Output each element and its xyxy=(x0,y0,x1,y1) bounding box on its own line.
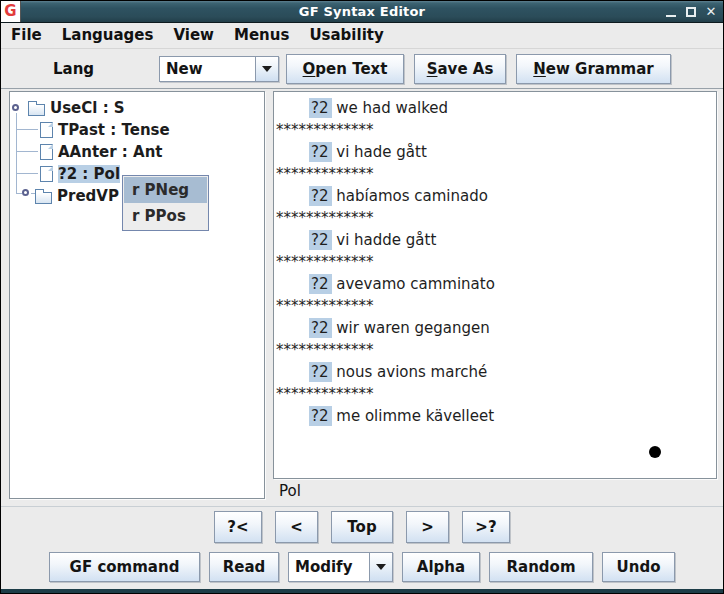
output-line-french: ?2 nous avions marché xyxy=(274,361,716,383)
window-bottom-frame xyxy=(1,587,723,593)
read-button[interactable]: Read xyxy=(209,552,279,582)
lang-combobox-value: New xyxy=(160,57,255,81)
gf-syntax-editor-window: G GF Syntax Editor ✕ File Languages View… xyxy=(0,0,724,594)
alpha-button[interactable]: Alpha xyxy=(402,552,480,582)
lang-label: Lang xyxy=(53,60,94,78)
tree-line xyxy=(16,173,38,174)
navigation-row: ?< < Top > >? xyxy=(1,506,723,546)
document-icon xyxy=(40,122,53,138)
prev-metavariable-button[interactable]: ?< xyxy=(214,511,262,543)
separator-line: ************* xyxy=(274,163,716,185)
maximize-button[interactable] xyxy=(685,6,697,18)
menu-item-file[interactable]: File xyxy=(1,23,52,48)
tree-line xyxy=(16,113,17,193)
window-title: GF Syntax Editor xyxy=(1,4,723,19)
document-icon xyxy=(40,166,53,182)
metavariable-token[interactable]: ?2 xyxy=(309,406,332,426)
sentence-text: vi hade gått xyxy=(336,143,427,161)
toolbar: Lang New Open Text Save As New Grammar xyxy=(1,49,723,89)
metavariable-token[interactable]: ?2 xyxy=(309,98,332,118)
popup-item-pneg[interactable]: r PNeg xyxy=(124,177,207,203)
undo-button[interactable]: Undo xyxy=(602,552,675,582)
output-line-finnish: ?2 me olimme kävelleet xyxy=(274,405,716,427)
popup-item-ppos[interactable]: r PPos xyxy=(124,203,207,229)
sentence-text: nous avions marché xyxy=(336,363,487,381)
tree-collapse-handle[interactable] xyxy=(22,189,29,196)
sentence-text: we had walked xyxy=(336,99,448,117)
focus-dot xyxy=(649,446,661,458)
lang-combobox-button[interactable] xyxy=(255,57,278,81)
maximize-icon xyxy=(686,7,696,17)
separator-line: ************* xyxy=(274,339,716,361)
tree-node-label: UseCl : S xyxy=(50,99,125,117)
sentence-text: vi hadde gått xyxy=(336,231,436,249)
save-as-button[interactable]: Save As xyxy=(414,54,506,84)
menu-item-usability[interactable]: Usability xyxy=(299,23,393,48)
minimize-button[interactable] xyxy=(665,6,677,18)
close-button[interactable]: ✕ xyxy=(705,6,717,18)
new-grammar-button[interactable]: New Grammar xyxy=(516,54,671,84)
menu-item-languages[interactable]: Languages xyxy=(52,23,164,48)
tree-node-label-selected: ?2 : Pol xyxy=(58,165,120,183)
tree-node-label: AAnter : Ant xyxy=(58,143,163,161)
menu-item-view[interactable]: View xyxy=(163,23,224,48)
menu-item-menus[interactable]: Menus xyxy=(224,23,299,48)
tree-line xyxy=(16,151,38,152)
lang-combobox[interactable]: New xyxy=(159,56,279,82)
folder-icon xyxy=(35,192,52,204)
metavariable-token[interactable]: ?2 xyxy=(309,142,332,162)
metavariable-token[interactable]: ?2 xyxy=(309,186,332,206)
linearization-text: ?2 we had walked ************* ?2 vi had… xyxy=(274,92,716,427)
modify-combobox[interactable]: Modify xyxy=(288,552,393,582)
titlebar: G GF Syntax Editor ✕ xyxy=(1,1,723,23)
window-controls: ✕ xyxy=(665,1,717,23)
tree-row-predvp[interactable]: PredVP xyxy=(35,185,119,207)
folder-icon xyxy=(28,104,45,116)
tree-row-metavariable-pol[interactable]: ?2 : Pol xyxy=(40,163,120,185)
tree-row-usecl[interactable]: UseCl : S xyxy=(28,97,125,119)
prev-node-button[interactable]: < xyxy=(275,511,318,543)
chevron-down-icon xyxy=(262,66,272,72)
output-line-spanish: ?2 habíamos caminado xyxy=(274,185,716,207)
refinement-popup-menu: r PNeg r PPos xyxy=(122,175,209,231)
sentence-text: avevamo camminato xyxy=(336,275,495,293)
output-line-swedish: ?2 vi hade gått xyxy=(274,141,716,163)
document-icon xyxy=(40,144,53,160)
separator-line: ************* xyxy=(274,295,716,317)
tree-expand-handle[interactable] xyxy=(12,104,19,111)
next-node-button[interactable]: > xyxy=(406,511,449,543)
gf-command-button[interactable]: GF command xyxy=(49,552,200,582)
metavariable-token[interactable]: ?2 xyxy=(309,362,332,382)
sentence-text: wir waren gegangen xyxy=(336,319,489,337)
top-button[interactable]: Top xyxy=(331,511,393,543)
random-button[interactable]: Random xyxy=(489,552,593,582)
separator-line: ************* xyxy=(274,119,716,141)
tree-row-aanter[interactable]: AAnter : Ant xyxy=(40,141,163,163)
minimize-icon xyxy=(666,7,676,17)
sentence-text: me olimme kävelleet xyxy=(336,407,494,425)
separator-line: ************* xyxy=(274,383,716,405)
sentence-text: habíamos caminado xyxy=(336,187,488,205)
modify-combobox-value: Modify xyxy=(289,553,369,581)
metavariable-token[interactable]: ?2 xyxy=(309,274,332,294)
tree-line xyxy=(16,129,38,130)
tree-row-tpast[interactable]: TPast : Tense xyxy=(40,119,170,141)
open-text-button[interactable]: Open Text xyxy=(286,54,404,84)
metavariable-token[interactable]: ?2 xyxy=(309,230,332,250)
main-area: UseCl : S TPast : Tense AAnter : Ant ?2 … xyxy=(1,89,723,506)
syntax-tree-panel[interactable]: UseCl : S TPast : Tense AAnter : Ant ?2 … xyxy=(9,91,265,499)
linearization-panel[interactable]: ?2 we had walked ************* ?2 vi had… xyxy=(273,91,717,479)
chevron-down-icon xyxy=(376,564,386,570)
tree-node-label: TPast : Tense xyxy=(58,121,170,139)
action-row: GF command Read Modify Alpha Random Undo xyxy=(1,546,723,587)
separator-line: ************* xyxy=(274,251,716,273)
status-label-pol: Pol xyxy=(279,482,301,500)
tree-node-label: PredVP xyxy=(57,187,119,205)
menubar: File Languages View Menus Usability xyxy=(1,23,723,49)
modify-combobox-button[interactable] xyxy=(369,553,392,581)
separator-line: ************* xyxy=(274,207,716,229)
next-metavariable-button[interactable]: >? xyxy=(462,511,510,543)
output-line-german: ?2 wir waren gegangen xyxy=(274,317,716,339)
metavariable-token[interactable]: ?2 xyxy=(309,318,332,338)
output-line-english: ?2 we had walked xyxy=(274,97,716,119)
